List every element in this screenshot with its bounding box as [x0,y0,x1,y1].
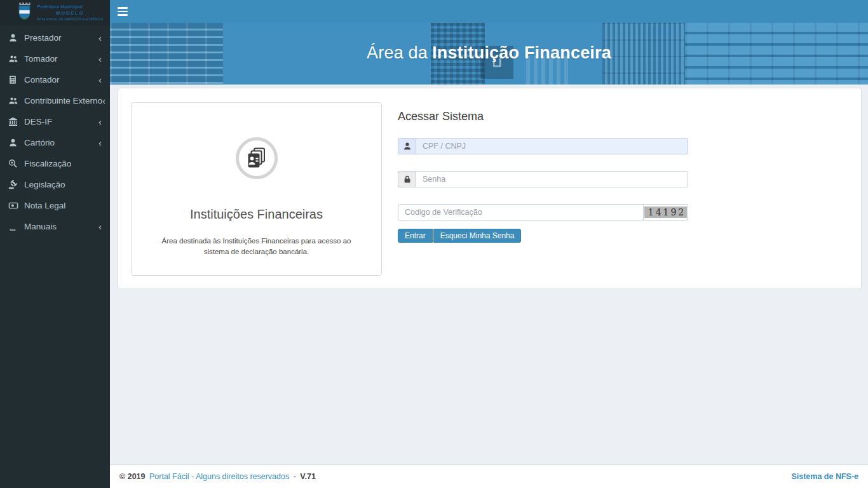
coat-of-arms-icon [17,3,32,24]
captcha-image-box: 14192 [644,204,688,220]
footer-copyright: © 2019 Portal Fácil - Alguns direitos re… [119,472,318,481]
senha-input[interactable] [416,171,688,187]
page-title-bold: Instituição Financeira [432,43,611,62]
calculator-icon [8,75,20,85]
sidebar-item-fiscalizacao[interactable]: Fiscalização [0,153,110,174]
portal-facil-link[interactable]: Portal Fácil - Alguns direitos reservado… [149,472,289,481]
login-panel: Instituições Financeiras Área destinada … [118,88,862,289]
municipality-logo: Prefeitura Municipal MODELO NOTA FISCAL … [0,0,110,25]
sidebar-item-label: Legislação [24,180,65,189]
version-label: V.71 [300,472,316,481]
login-heading: Acessar Sistema [398,110,688,123]
sidebar-menu: Prestador ‹ Tomador ‹ Contador ‹ Contrib… [0,25,110,237]
sidebar-item-prestador[interactable]: Prestador ‹ [0,27,110,48]
sidebar-item-nota-legal[interactable]: Nota Legal [0,195,110,216]
sidebar-item-manuais[interactable]: Manuais ‹ [0,216,110,237]
logo-title: Prefeitura Municipal [37,4,103,10]
captcha-input[interactable] [398,204,644,220]
users-icon [8,54,20,64]
esqueci-minha-senha-button[interactable]: Esqueci Minha Senha [433,229,522,243]
sidebar-item-des-if[interactable]: DES-IF ‹ [0,111,110,132]
sidebar: Prefeitura Municipal MODELO NOTA FISCAL … [0,0,110,488]
search-plus-icon [8,159,20,168]
users-icon [8,96,20,105]
login-form: Acessar Sistema 14192 [398,102,688,274]
sidebar-item-contador[interactable]: Contador ‹ [0,69,110,90]
sidebar-item-label: Fiscalização [24,159,71,168]
sidebar-item-tomador[interactable]: Tomador ‹ [0,48,110,69]
sidebar-item-label: Contribuinte Externo [24,96,102,105]
sidebar-item-legislacao[interactable]: Legislação [0,174,110,195]
page-title-regular: Área da [367,43,428,62]
user-icon [8,33,20,43]
sidebar-item-label: Contador [24,75,60,85]
senha-row [398,171,688,187]
login-buttons: Entrar Esqueci Minha Senha [398,229,688,243]
captcha-image: 14192 [644,207,688,218]
sidebar-item-label: DES-IF [24,117,52,126]
bank-icon [8,117,20,126]
chevron-left-icon: ‹ [98,75,102,85]
sidebar-item-cartorio[interactable]: Cartório ‹ [0,132,110,153]
logo-subtitle: MODELO [37,10,103,16]
cpf-cnpj-input[interactable] [416,138,688,154]
info-card-title: Instituições Financeiras [132,207,381,222]
book-icon [8,222,20,231]
chevron-left-icon: ‹ [102,96,105,105]
institution-info-card: Instituições Financeiras Área destinada … [131,102,382,276]
hamburger-menu-icon[interactable] [118,6,128,18]
footer-separator: - [294,472,296,481]
id-cards-icon [236,137,278,179]
sidebar-item-label: Manuais [24,222,57,231]
main-area: ⊔ Área daInstituição Financeira [110,0,868,488]
sidebar-item-label: Cartório [24,138,55,147]
info-card-description: Área destinada às Instituições Financeir… [149,236,364,258]
sidebar-item-label: Prestador [24,33,62,43]
cpf-cnpj-row [398,138,688,154]
money-bill-icon [8,201,20,210]
captcha-row: 14192 [398,204,688,220]
footer: © 2019 Portal Fácil - Alguns direitos re… [110,464,868,488]
gavel-icon [8,180,20,189]
page-header-banner: ⊔ Área daInstituição Financeira [110,23,868,85]
chevron-left-icon: ‹ [98,54,102,64]
system-name-label: Sistema de NFS-e [791,472,858,481]
entrar-button[interactable]: Entrar [398,229,433,243]
content-area: Instituições Financeiras Área destinada … [110,85,868,464]
user-icon [398,138,416,154]
top-navbar [110,0,868,23]
chevron-left-icon: ‹ [98,33,102,43]
chevron-left-icon: ‹ [98,222,102,231]
chevron-left-icon: ‹ [98,138,102,147]
logo-tagline: NOTA FISCAL DE SERVIÇOS ELETRÔNICA [37,18,103,21]
user-icon [8,138,20,147]
sidebar-item-label: Nota Legal [24,201,65,210]
page-title: Área daInstituição Financeira [110,43,868,63]
sidebar-item-label: Tomador [24,54,58,64]
lock-icon [398,171,416,187]
copyright-year: © 2019 [119,472,146,481]
sidebar-item-contribuinte-externo[interactable]: Contribuinte Externo ‹ [0,90,110,111]
chevron-left-icon: ‹ [98,117,102,126]
